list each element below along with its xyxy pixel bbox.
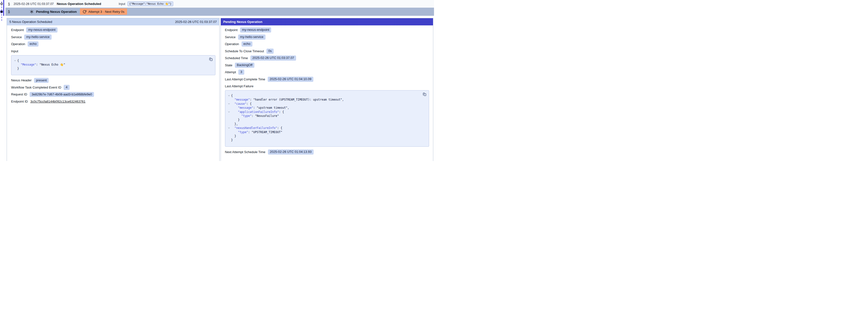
code-text: "type": "UPSTREAM_TIMEOUT"	[231, 130, 282, 134]
endpoint-id-value[interactable]: 3c0c75ccfa8144b092c13ce632463761	[30, 100, 85, 103]
code-gutter	[227, 138, 231, 142]
field-request-id: Request ID3e829b7e-7d67-4b08-aad3-b1e868…	[11, 91, 215, 98]
code-gutter	[13, 67, 17, 70]
event-row-nexus-operation-scheduled[interactable]: 5 2025-02-26 UTC 01:03:37.07 Nexus Opera…	[5, 0, 434, 8]
code-text: "nexusHandlerFailureInfo": {	[231, 126, 282, 130]
retry-badge-label: Attempt 3 · Next Retry 0s	[88, 10, 124, 13]
field-endpoint: Endpointmy-nexus-endpoint	[11, 27, 215, 34]
field-next-attempt-schedule-time: Next Attempt Schedule Time2025-02-26 UTC…	[225, 149, 429, 156]
copy-icon[interactable]	[209, 58, 213, 61]
field-service: Servicemy-hello-service	[225, 34, 429, 41]
code-gutter	[227, 134, 231, 138]
code-line: {	[13, 59, 205, 63]
pending-title: Pending Nexus Operation	[36, 10, 77, 13]
field-last-attempt-failure: Last Attempt Failure	[225, 83, 429, 90]
code-line: }	[227, 118, 419, 122]
code-line: },	[227, 122, 419, 126]
pending-nexus-operation-row[interactable]: 5 Pending Nexus Operation Attempt 3 · Ne…	[5, 8, 434, 16]
pending-operation-body: Endpointmy-nexus-endpointServicemy-hello…	[221, 25, 433, 156]
event-id-link[interactable]: 5	[8, 2, 10, 6]
event-detail-panel: 5 Nexus Operation Scheduled 2025-02-26 U…	[7, 18, 220, 161]
endpoint-value: my-nexus-endpoint	[26, 27, 58, 33]
code-gutter	[227, 130, 231, 134]
next-attempt-schedule-time-label: Next Attempt Schedule Time	[225, 150, 266, 154]
field-input: Input	[11, 47, 215, 55]
code-line: }	[227, 138, 419, 142]
code-line: }	[227, 134, 419, 138]
field-operation: Operationecho	[225, 41, 429, 48]
last-attempt-complete-time-value: 2025-02-26 UTC 01:04:10.09	[268, 77, 313, 82]
code-text: {	[17, 59, 19, 63]
pending-asterisk-icon	[30, 10, 34, 14]
code-line: "Message": "Nexus Echo 👋"	[13, 63, 205, 67]
endpoint-label: Endpoint	[225, 28, 238, 32]
event-detail-title: 5 Nexus Operation Scheduled	[9, 20, 52, 24]
code-text: "type": "NexusFailure"	[231, 114, 279, 118]
chevron-down-icon[interactable]	[13, 59, 17, 63]
event-history-view: 5 2025-02-26 UTC 01:03:37.07 Nexus Opera…	[0, 0, 434, 161]
code-text: "cause": {	[231, 102, 252, 106]
code-gutter	[227, 114, 231, 118]
code-text: }	[231, 138, 233, 142]
copy-icon[interactable]	[423, 93, 427, 96]
field-operation: Operationecho	[11, 41, 215, 48]
retry-icon	[83, 10, 86, 13]
pending-operation-title: Pending Nexus Operation	[223, 20, 262, 24]
endpoint-label: Endpoint	[11, 28, 24, 32]
event-input-label: Input	[119, 2, 125, 6]
field-attempt: Attempt3	[225, 69, 429, 76]
code-line: }	[13, 67, 205, 70]
last-attempt-complete-time-label: Last Attempt Complete Time	[225, 77, 265, 81]
timeline-node-open-icon	[0, 3, 3, 5]
field-nexus-header: Nexus Headerpresent	[11, 77, 215, 84]
code-gutter	[13, 63, 17, 67]
operation-value: echo	[242, 41, 252, 46]
operation-label: Operation	[11, 42, 25, 46]
service-value: my-hello-service	[238, 34, 266, 40]
event-detail-header: 5 Nexus Operation Scheduled 2025-02-26 U…	[7, 18, 219, 25]
code-line: "cause": {	[227, 102, 419, 106]
next-attempt-schedule-time-value: 2025-02-26 UTC 01:04:13.93	[268, 150, 314, 155]
field-workflow-task-completed-event-id: Workflow Task Completed Event ID4	[11, 84, 215, 91]
input-label: Input	[11, 49, 18, 53]
field-state: StateBackingOff	[225, 62, 429, 69]
pending-operation-panel: Pending Nexus Operation Endpointmy-nexus…	[221, 18, 434, 161]
code-text: "message": "upstream timeout",	[231, 106, 289, 110]
code-line: "applicationFailureInfo": {	[227, 110, 419, 114]
code-line: "message": "upstream timeout",	[227, 106, 419, 110]
chevron-down-icon[interactable]	[227, 126, 231, 130]
last-attempt-failure-label: Last Attempt Failure	[225, 84, 254, 88]
code-line: {	[227, 94, 419, 98]
field-endpoint-id: Endpoint ID3c0c75ccfa8144b092c13ce632463…	[11, 98, 215, 105]
event-timestamp: 2025-02-26 UTC 01:03:37.07	[13, 2, 57, 6]
chevron-down-icon[interactable]	[227, 102, 231, 106]
pending-operation-header: Pending Nexus Operation	[221, 18, 433, 25]
event-detail-body: Endpointmy-nexus-endpointServicemy-hello…	[7, 25, 219, 105]
code-line: "type": "NexusFailure"	[227, 114, 419, 118]
pending-id-link[interactable]: 5	[8, 10, 10, 13]
service-label: Service	[11, 35, 22, 39]
service-value: my-hello-service	[24, 34, 52, 40]
field-endpoint: Endpointmy-nexus-endpoint	[225, 27, 429, 34]
code-gutter	[227, 118, 231, 122]
scheduled-time-label: Scheduled Time	[225, 56, 248, 60]
code-line: "type": "UPSTREAM_TIMEOUT"	[227, 130, 419, 134]
operation-label: Operation	[225, 42, 239, 46]
field-service: Servicemy-hello-service	[11, 34, 215, 41]
code-line: "message": "handler error (UPSTREAM_TIME…	[227, 98, 419, 102]
endpoint-value: my-nexus-endpoint	[240, 27, 271, 33]
state-label: State	[225, 63, 232, 67]
chevron-down-icon[interactable]	[227, 94, 231, 98]
code-text: }	[231, 134, 236, 138]
code-text: "message": "handler error (UPSTREAM_TIME…	[231, 98, 344, 102]
request-id-label: Request ID	[11, 93, 27, 96]
service-label: Service	[225, 35, 236, 39]
scheduled-time-value: 2025-02-26 UTC 01:03:37.07	[250, 56, 296, 61]
timeline	[0, 0, 5, 22]
state-value: BackingOff	[235, 63, 254, 68]
nexus-header-label: Nexus Header	[11, 78, 32, 82]
chevron-down-icon[interactable]	[227, 110, 231, 114]
workflow-task-completed-event-id-label: Workflow Task Completed Event ID	[11, 86, 61, 89]
endpoint-id-label: Endpoint ID	[11, 100, 28, 103]
request-id-value: 3e829b7e-7d67-4b08-aad3-b1e868bfe9e0	[30, 92, 94, 97]
